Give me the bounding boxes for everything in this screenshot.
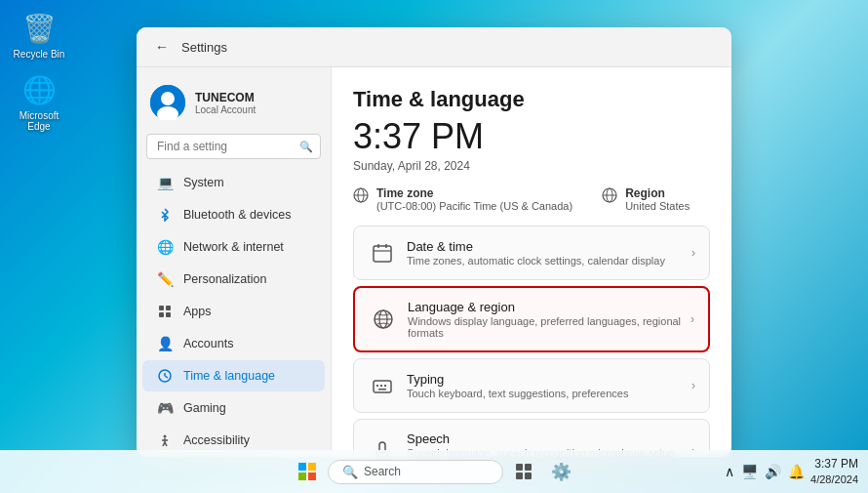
svg-rect-39 (308, 472, 316, 480)
accounts-icon: 👤 (156, 335, 174, 352)
back-button[interactable]: ← (150, 35, 174, 59)
svg-rect-32 (384, 385, 386, 387)
svg-rect-29 (374, 381, 391, 392)
svg-rect-41 (525, 464, 532, 471)
svg-rect-5 (159, 312, 164, 317)
timezone-value: (UTC-08:00) Pacific Time (US & Canada) (376, 200, 572, 212)
sidebar-item-time-language[interactable]: Time & language (142, 360, 325, 391)
language-region-card-title: Language & region (408, 300, 690, 314)
svg-line-9 (165, 376, 168, 378)
typing-card-desc: Touch keyboard, text suggestions, prefer… (407, 388, 691, 399)
speech-card-title: Speech (407, 431, 691, 446)
tray-clock[interactable]: 3:37 PM 4/28/2024 (810, 456, 858, 487)
typing-card-icon (368, 371, 397, 400)
title-bar: ← Settings (137, 27, 731, 67)
sidebar-item-personalization[interactable]: ✏️ Personalization (142, 264, 325, 295)
svg-point-10 (164, 435, 167, 438)
sidebar-search-container: 🔍 (146, 134, 321, 159)
svg-point-1 (161, 92, 175, 105)
svg-rect-6 (166, 312, 171, 317)
svg-rect-37 (308, 463, 316, 471)
svg-line-14 (165, 442, 167, 446)
sidebar: TUNECOM Local Account 🔍 💻 System Bluetoo… (137, 67, 332, 457)
tray-network-icon[interactable]: 🖥️ (739, 462, 760, 481)
svg-rect-33 (378, 389, 386, 390)
language-region-chevron: › (690, 312, 694, 326)
network-icon: 🌐 (156, 238, 174, 256)
sidebar-search-input[interactable] (146, 134, 321, 159)
svg-rect-22 (374, 246, 391, 262)
taskbar-search-text: Search (364, 465, 401, 478)
personalization-icon: ✏️ (156, 270, 174, 288)
svg-rect-38 (298, 472, 306, 480)
region-info: Region United States (602, 186, 690, 212)
page-title: Time & language (353, 87, 710, 112)
tray-time: 3:37 PM (810, 456, 858, 472)
taskbar-search-bar[interactable]: 🔍 Search (328, 460, 503, 484)
svg-rect-43 (525, 472, 532, 479)
svg-rect-31 (380, 385, 382, 387)
date-time-card-desc: Time zones, automatic clock settings, ca… (407, 255, 691, 267)
taskbar-settings-icon[interactable]: ⚙️ (544, 455, 577, 488)
taskbar-search-icon: 🔍 (342, 465, 358, 479)
accessibility-icon (156, 431, 174, 449)
svg-rect-40 (516, 464, 523, 471)
tray-volume-icon[interactable]: 🔊 (763, 462, 783, 481)
date-time-card-icon (368, 238, 397, 267)
user-type: Local Account (195, 104, 256, 115)
tray-speaker-icon[interactable]: 🔔 (786, 462, 807, 481)
sidebar-item-network[interactable]: 🌐 Network & internet (142, 231, 325, 263)
gaming-icon: 🎮 (156, 399, 174, 417)
avatar (150, 85, 185, 120)
sidebar-search-icon: 🔍 (299, 141, 313, 153)
sidebar-item-system[interactable]: 💻 System (142, 167, 325, 198)
typing-card-title: Typing (407, 372, 691, 387)
sidebar-item-gaming[interactable]: 🎮 Gaming (142, 392, 325, 424)
svg-rect-42 (516, 472, 523, 479)
language-region-card[interactable]: Language & region Windows display langua… (353, 286, 710, 352)
sidebar-item-accounts[interactable]: 👤 Accounts (142, 328, 325, 359)
window-title: Settings (181, 40, 227, 55)
system-icon: 💻 (156, 174, 174, 191)
user-name: TUNECOM (195, 91, 256, 104)
sidebar-item-bluetooth[interactable]: Bluetooth & devices (142, 199, 325, 230)
taskbar-widgets-icon[interactable] (507, 455, 540, 488)
current-time: 3:37 PM (353, 116, 710, 157)
edge-icon[interactable]: 🌐 Microsoft Edge (10, 71, 68, 132)
system-tray: ∧ 🖥️ 🔊 🔔 3:37 PM 4/28/2024 (723, 450, 858, 493)
language-region-card-icon (369, 305, 398, 334)
desktop-icons: 🗑️ Recycle Bin 🌐 Microsoft Edge (10, 10, 68, 132)
start-button[interactable] (291, 455, 324, 488)
current-date: Sunday, April 28, 2024 (353, 159, 710, 173)
tray-icons: ∧ 🖥️ 🔊 🔔 (723, 462, 807, 481)
settings-window: ← Settings TUNECOM Local Account (137, 27, 731, 457)
timezone-info: Time zone (UTC-08:00) Pacific Time (US &… (353, 186, 572, 212)
recycle-bin-icon[interactable]: 🗑️ Recycle Bin (10, 10, 68, 60)
tray-date: 4/28/2024 (810, 472, 858, 487)
svg-rect-30 (376, 385, 378, 387)
date-time-card[interactable]: Date & time Time zones, automatic clock … (353, 226, 710, 280)
language-region-card-desc: Windows display language, preferred lang… (408, 315, 690, 339)
svg-rect-4 (166, 306, 171, 310)
typing-card[interactable]: Typing Touch keyboard, text suggestions,… (353, 358, 710, 413)
sidebar-item-apps[interactable]: Apps (142, 296, 325, 327)
typing-chevron: › (691, 379, 695, 392)
region-label: Region (625, 186, 690, 200)
apps-icon (156, 303, 174, 320)
timezone-label: Time zone (376, 186, 572, 200)
region-icon (602, 187, 617, 207)
time-language-icon (156, 367, 174, 385)
date-time-card-title: Date & time (407, 239, 691, 254)
info-row: Time zone (UTC-08:00) Pacific Time (US &… (353, 186, 710, 212)
bluetooth-icon (156, 206, 174, 224)
tray-expand-icon[interactable]: ∧ (723, 462, 736, 481)
user-profile[interactable]: TUNECOM Local Account (137, 75, 331, 130)
date-time-chevron: › (691, 246, 695, 260)
region-value: United States (625, 200, 690, 212)
svg-rect-36 (298, 463, 306, 471)
content-area: Time & language 3:37 PM Sunday, April 28… (332, 67, 731, 457)
timezone-icon (353, 187, 369, 207)
svg-rect-3 (159, 306, 164, 310)
